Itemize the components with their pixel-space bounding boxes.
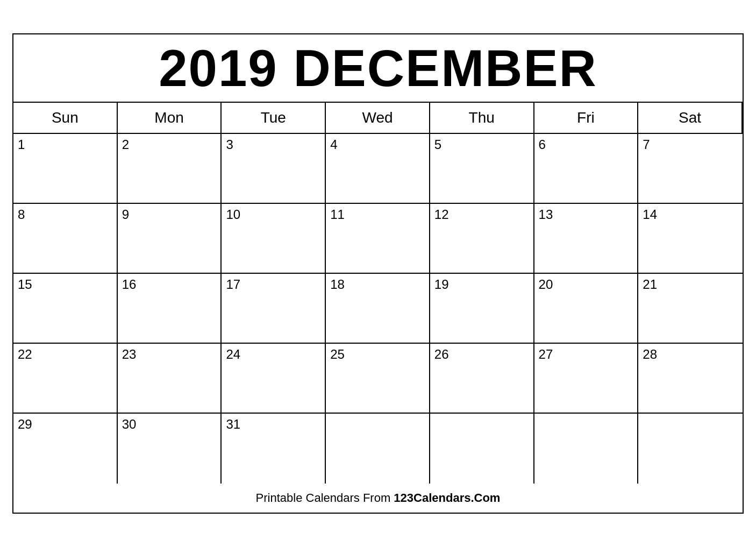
day-cell: 16 <box>118 274 222 344</box>
header-sat: Sat <box>638 103 743 134</box>
header-mon: Mon <box>118 103 222 134</box>
day-cell: 15 <box>13 274 118 344</box>
header-wed: Wed <box>326 103 430 134</box>
day-cell: 26 <box>430 344 534 414</box>
day-cell: 18 <box>326 274 430 344</box>
header-thu: Thu <box>430 103 534 134</box>
day-cell: 27 <box>534 344 639 414</box>
day-cell: 8 <box>13 204 118 274</box>
day-cell: 6 <box>534 134 639 204</box>
day-cell: 12 <box>430 204 534 274</box>
day-cell: 29 <box>13 414 118 484</box>
day-cell: 10 <box>222 204 326 274</box>
day-cell: 5 <box>430 134 534 204</box>
calendar-footer: Printable Calendars From 123Calendars.Co… <box>13 484 743 513</box>
day-cell-empty <box>638 414 743 484</box>
day-cell: 11 <box>326 204 430 274</box>
day-cell: 24 <box>222 344 326 414</box>
day-cell: 4 <box>326 134 430 204</box>
day-cell: 23 <box>118 344 222 414</box>
day-cell: 28 <box>638 344 743 414</box>
day-cell: 7 <box>638 134 743 204</box>
header-tue: Tue <box>222 103 326 134</box>
day-cell: 19 <box>430 274 534 344</box>
day-cell: 2 <box>118 134 222 204</box>
day-cell: 25 <box>326 344 430 414</box>
footer-text: Printable Calendars From <box>256 491 394 505</box>
day-cell: 31 <box>222 414 326 484</box>
day-cell: 14 <box>638 204 743 274</box>
day-cell: 17 <box>222 274 326 344</box>
day-cell-empty <box>430 414 534 484</box>
day-cell: 13 <box>534 204 639 274</box>
day-cell: 22 <box>13 344 118 414</box>
day-cell: 1 <box>13 134 118 204</box>
day-cell-empty <box>326 414 430 484</box>
header-fri: Fri <box>534 103 639 134</box>
day-cell: 9 <box>118 204 222 274</box>
day-cell: 21 <box>638 274 743 344</box>
calendar: 2019 DECEMBER Sun Mon Tue Wed Thu Fri Sa… <box>12 33 744 514</box>
day-cell: 30 <box>118 414 222 484</box>
header-sun: Sun <box>13 103 118 134</box>
calendar-title: 2019 DECEMBER <box>13 34 743 103</box>
calendar-grid: Sun Mon Tue Wed Thu Fri Sat 1 2 3 4 5 6 … <box>13 103 743 484</box>
day-cell-empty <box>534 414 639 484</box>
footer-brand: 123Calendars.Com <box>394 491 500 505</box>
day-cell: 3 <box>222 134 326 204</box>
day-cell: 20 <box>534 274 639 344</box>
